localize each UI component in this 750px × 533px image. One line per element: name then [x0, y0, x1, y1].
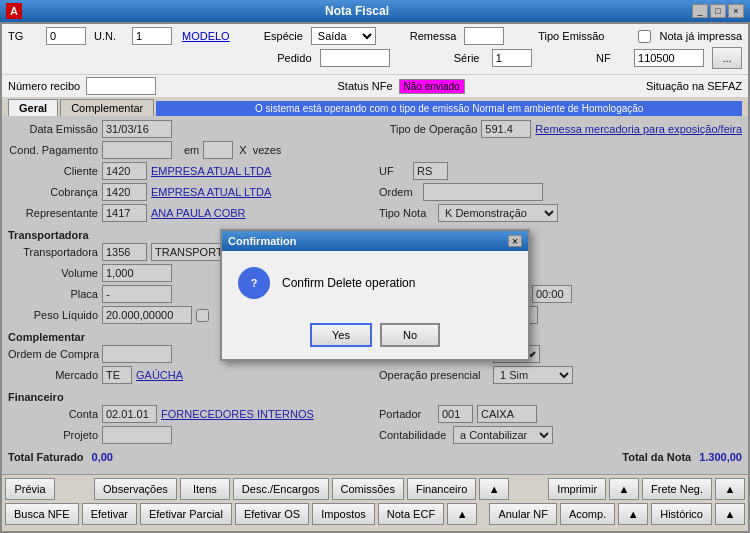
financeiro-button[interactable]: Financeiro — [407, 478, 476, 500]
itens-button[interactable]: Itens — [180, 478, 230, 500]
pedido-input[interactable] — [320, 49, 390, 67]
tipo-emissao-label: Tipo Emissão — [538, 30, 604, 42]
comissoes-button[interactable]: Comissões — [332, 478, 404, 500]
numero-recibo-label: Número recibo — [8, 80, 80, 92]
confirmation-dialog: Confirmation × ? Confirm Delete operatio… — [220, 229, 530, 361]
acompanhar-button[interactable]: Acomp. — [560, 503, 615, 525]
nota-impressa-label: Nota já impressa — [659, 30, 742, 42]
frete-neg-button[interactable]: Frete Neg. — [642, 478, 712, 500]
content-area: Data Emissão Tipo de Operação Remessa me… — [2, 116, 748, 474]
historico-arrow-button[interactable]: ▲ — [715, 503, 745, 525]
dialog-message: Confirm Delete operation — [282, 276, 415, 290]
modelo-link[interactable]: MODELO — [182, 30, 230, 42]
nota-impressa-checkbox[interactable] — [638, 30, 651, 43]
tab-geral[interactable]: Geral — [8, 99, 58, 116]
remessa-input[interactable] — [464, 27, 504, 45]
dialog-body: ? Confirm Delete operation — [222, 251, 528, 315]
title-bar: A Nota Fiscal _ □ × — [0, 0, 750, 22]
dialog-close-button[interactable]: × — [508, 235, 522, 247]
tg-label: TG — [8, 30, 38, 42]
status-nfe-label: Status NFe — [337, 80, 392, 92]
serie-input[interactable] — [492, 49, 532, 67]
maximize-button[interactable]: □ — [710, 4, 726, 18]
tabs-bar: Geral Complementar O sistema está operan… — [2, 97, 748, 116]
tab-info-text: O sistema está operando com o tipo de em… — [156, 101, 742, 116]
un-input[interactable] — [132, 27, 172, 45]
acompanhar-arrow-button[interactable]: ▲ — [618, 503, 648, 525]
dialog-no-button[interactable]: No — [380, 323, 440, 347]
bottom-bar: Prévia Observações Itens Desc./Encargos … — [2, 474, 748, 531]
modal-backdrop: Confirmation × ? Confirm Delete operatio… — [2, 116, 748, 474]
window-controls: _ □ × — [692, 4, 744, 18]
nota-ecf-arrow-button[interactable]: ▲ — [447, 503, 477, 525]
close-button[interactable]: × — [728, 4, 744, 18]
nf-input[interactable] — [634, 49, 704, 67]
especie-select[interactable]: Saída Entrada — [311, 27, 376, 45]
imprimir-button[interactable]: Imprimir — [548, 478, 606, 500]
tg-input[interactable] — [46, 27, 86, 45]
dialog-yes-button[interactable]: Yes — [310, 323, 372, 347]
frete-neg-arrow-button[interactable]: ▲ — [715, 478, 745, 500]
dialog-title: Confirmation — [228, 235, 296, 247]
remessa-label: Remessa — [410, 30, 456, 42]
efetivar-os-button[interactable]: Efetivar OS — [235, 503, 309, 525]
observacoes-button[interactable]: Observações — [94, 478, 177, 500]
numero-recibo-input[interactable] — [86, 77, 156, 95]
un-label: U.N. — [94, 30, 124, 42]
app-icon: A — [6, 3, 22, 19]
dialog-title-bar: Confirmation × — [222, 231, 528, 251]
nf-label: NF — [596, 52, 626, 64]
top-form: TG U.N. MODELO Espécie Saída Entrada Rem… — [2, 24, 748, 75]
main-window: TG U.N. MODELO Espécie Saída Entrada Rem… — [0, 22, 750, 533]
nota-ecf-button[interactable]: Nota ECF — [378, 503, 444, 525]
window-title: Nota Fiscal — [22, 4, 692, 18]
anular-nf-button[interactable]: Anular NF — [489, 503, 557, 525]
imprimir-arrow-button[interactable]: ▲ — [609, 478, 639, 500]
impostos-button[interactable]: Impostos — [312, 503, 375, 525]
pedido-label: Pedido — [277, 52, 311, 64]
serie-label: Série — [454, 52, 484, 64]
previa-button[interactable]: Prévia — [5, 478, 55, 500]
historico-button[interactable]: Histórico — [651, 503, 712, 525]
tab-complementar[interactable]: Complementar — [60, 99, 154, 116]
busca-nfe-button[interactable]: Busca NFE — [5, 503, 79, 525]
dialog-question-icon: ? — [238, 267, 270, 299]
financeiro-arrow-button[interactable]: ▲ — [479, 478, 509, 500]
especie-label: Espécie — [264, 30, 303, 42]
efetivar-parcial-button[interactable]: Efetivar Parcial — [140, 503, 232, 525]
nf-browse-button[interactable]: ... — [712, 47, 742, 69]
situacao-label: Situação na SEFAZ — [646, 80, 742, 92]
minimize-button[interactable]: _ — [692, 4, 708, 18]
desc-encargos-button[interactable]: Desc./Encargos — [233, 478, 329, 500]
status-badge: Não enviado — [399, 79, 465, 94]
status-row: Número recibo Status NFe Não enviado Sit… — [2, 75, 748, 97]
efetivar-button[interactable]: Efetivar — [82, 503, 137, 525]
dialog-buttons: Yes No — [222, 315, 528, 359]
